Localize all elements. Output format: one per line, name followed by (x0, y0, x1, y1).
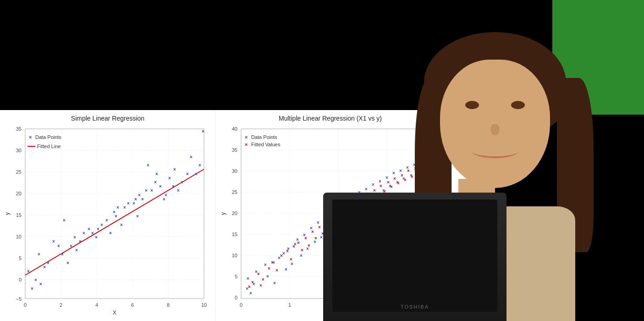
svg-text:×: × (247, 276, 249, 281)
svg-text:×: × (43, 265, 46, 270)
svg-text:×: × (116, 205, 119, 210)
svg-text:×: × (301, 248, 303, 253)
svg-text:4: 4 (95, 302, 98, 308)
svg-text:×: × (397, 181, 400, 186)
svg-text:×: × (273, 281, 276, 286)
scene: Simple Linear Regression (0, 0, 644, 321)
svg-text:10: 10 (16, 234, 22, 239)
svg-text:35: 35 (16, 126, 22, 132)
svg-text:×: × (123, 205, 126, 210)
svg-text:×: × (177, 188, 180, 193)
svg-text:40: 40 (232, 126, 237, 132)
svg-text:×: × (150, 188, 153, 193)
svg-text:y: y (220, 212, 226, 215)
svg-text:×: × (272, 260, 275, 265)
svg-text:×: × (292, 244, 295, 249)
svg-text:30: 30 (232, 168, 237, 174)
svg-text:×: × (79, 239, 82, 244)
svg-text:2: 2 (60, 302, 62, 308)
svg-text:×: × (411, 174, 413, 179)
laptop-screen (332, 199, 497, 312)
chart1-title: Simple Linear Regression (5, 115, 211, 122)
svg-text:×: × (155, 172, 158, 177)
svg-text:×: × (172, 184, 175, 189)
svg-text:×: × (173, 167, 176, 172)
svg-text:×: × (311, 229, 314, 234)
svg-text:×: × (308, 243, 310, 248)
svg-text:×: × (259, 283, 262, 288)
svg-text:×: × (268, 266, 270, 271)
svg-text:×: × (380, 183, 382, 188)
svg-text:×: × (165, 193, 167, 198)
svg-text:5: 5 (19, 255, 22, 261)
chart2-title: Multiple Linear Regression (X1 vs y) (220, 115, 440, 122)
svg-text:×: × (285, 267, 287, 272)
svg-text:×: × (190, 155, 193, 160)
svg-text:×: × (280, 253, 283, 258)
svg-text:×: × (66, 260, 69, 266)
svg-text:×: × (297, 240, 300, 245)
svg-text:30: 30 (16, 148, 22, 153)
svg-text:×: × (264, 262, 267, 267)
svg-text:8: 8 (167, 302, 170, 308)
laptop: TOSHIBA (323, 193, 506, 321)
svg-text:×: × (109, 231, 112, 236)
svg-text:×: × (141, 197, 144, 202)
left-eye (465, 101, 479, 109)
svg-text:×: × (29, 134, 32, 140)
svg-text:×: × (63, 218, 66, 223)
svg-text:Data Points: Data Points (251, 134, 277, 140)
svg-text:10: 10 (201, 302, 207, 308)
svg-text:×: × (159, 184, 162, 189)
svg-text:×: × (31, 286, 33, 291)
svg-text:0: 0 (235, 295, 237, 300)
svg-text:6: 6 (131, 302, 134, 308)
mouth (472, 144, 518, 158)
svg-text:×: × (138, 193, 141, 198)
svg-text:25: 25 (232, 189, 237, 195)
svg-text:×: × (195, 172, 198, 177)
svg-text:×: × (245, 134, 248, 140)
svg-text:×: × (401, 173, 403, 178)
svg-text:X: X (113, 310, 116, 315)
face (440, 60, 550, 188)
svg-text:×: × (257, 271, 260, 277)
svg-text:×: × (47, 260, 50, 266)
svg-text:Fitted Values: Fitted Values (251, 142, 281, 147)
svg-text:×: × (248, 284, 251, 289)
svg-text:20: 20 (232, 210, 237, 216)
svg-text:×: × (198, 163, 201, 168)
svg-text:y: y (5, 212, 11, 215)
svg-text:1: 1 (288, 302, 291, 308)
svg-text:×: × (282, 251, 285, 256)
svg-text:×: × (393, 176, 396, 181)
chart1-svg: 35 30 25 20 15 10 5 0 −5 0 2 4 6 8 10 (5, 124, 211, 315)
svg-text:×: × (318, 225, 321, 230)
svg-text:×: × (34, 277, 37, 282)
svg-text:×: × (120, 222, 123, 227)
svg-text:×: × (387, 180, 390, 185)
svg-text:35: 35 (232, 147, 237, 153)
svg-text:×: × (300, 253, 303, 258)
svg-text:×: × (147, 163, 149, 168)
svg-text:×: × (407, 168, 410, 173)
svg-text:×: × (136, 214, 139, 219)
svg-text:×: × (95, 235, 98, 240)
svg-text:×: × (97, 227, 99, 232)
svg-text:×: × (27, 269, 30, 274)
svg-text:×: × (249, 291, 252, 296)
svg-text:×: × (75, 248, 78, 253)
svg-text:−5: −5 (16, 296, 22, 302)
svg-text:×: × (202, 129, 204, 134)
svg-text:×: × (372, 182, 374, 187)
svg-text:20: 20 (16, 191, 22, 196)
svg-text:×: × (105, 218, 108, 223)
svg-text:×: × (127, 201, 130, 206)
right-eye (511, 101, 525, 109)
svg-text:×: × (390, 184, 393, 189)
svg-text:15: 15 (16, 212, 22, 218)
svg-text:×: × (290, 257, 292, 262)
svg-text:×: × (154, 180, 157, 185)
svg-text:×: × (88, 227, 90, 232)
svg-text:×: × (57, 244, 60, 249)
